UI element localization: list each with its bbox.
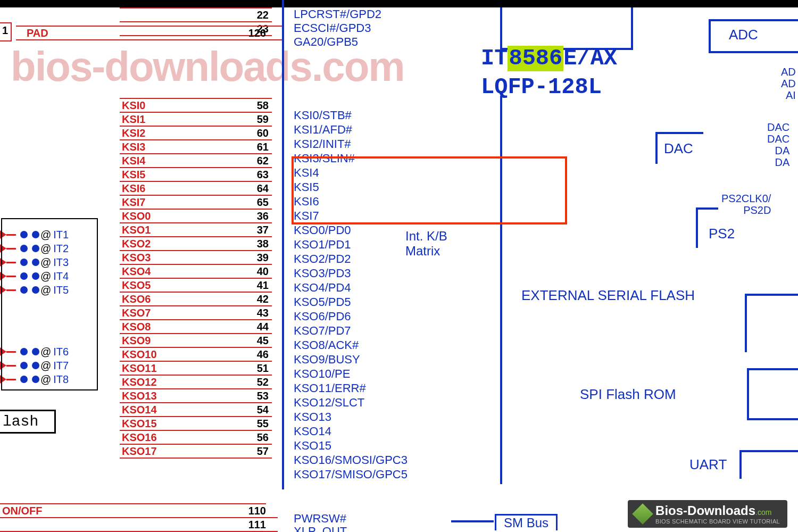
uart-label: UART: [689, 456, 727, 473]
flash-box-border: [1, 218, 98, 390]
fn-label: KSO3/PD3: [294, 267, 351, 280]
pin-row: KSO1046: [120, 348, 272, 362]
pin-row: KSO945: [120, 334, 272, 348]
pin-row: KSO1252: [120, 376, 272, 389]
fn-xlp: XLP_OUT: [294, 525, 347, 532]
pin-row: KSO339: [120, 251, 272, 265]
watermark-text: bios-downloads.com: [11, 43, 404, 91]
pin-row: KSO1151: [120, 362, 272, 376]
wire: [745, 294, 747, 352]
fn-ga20: GA20/GPB5: [294, 35, 358, 49]
highlight-rect: [292, 156, 567, 225]
pin-row: KSO642: [120, 293, 272, 306]
pin-row: KSO137: [120, 223, 272, 237]
fn-label: KSO1/PD1: [294, 238, 351, 252]
fn-label: KSO6/PD6: [294, 310, 351, 323]
fn-label: KSO9/BUSY: [294, 353, 360, 367]
pin-row: KSO1454: [120, 403, 272, 417]
pin-row: KSO238: [120, 237, 272, 251]
ext-flash-label: EXTERNAL SERIAL FLASH: [521, 287, 695, 304]
fn-label: KSO4/PD4: [294, 281, 351, 295]
fn-label: KSO16/SMOSI/GPC3: [294, 453, 408, 467]
pin-row: KSI664: [120, 182, 272, 196]
fn-label: KSO17/SMISO/GPC5: [294, 468, 408, 481]
fn-label: KSO12/SLCT: [294, 396, 364, 410]
chip-package: LQFP-128L: [481, 74, 602, 100]
offpage-box: [0, 22, 12, 41]
top-black-bar: [0, 0, 798, 7]
wire: [451, 520, 494, 522]
fn-label: KSO5/PD5: [294, 295, 351, 309]
wire: [500, 7, 502, 50]
pin-table-main: KSI058KSI159KSI260KSI361KSI462KSI563KSI6…: [120, 98, 272, 459]
smbus-label: SM Bus: [495, 514, 558, 530]
wire: [631, 7, 633, 50]
wire: [696, 207, 718, 210]
fn-ecsci: ECSCI#/GPD3: [294, 21, 371, 35]
fn-label: KSO0/PD0: [294, 223, 351, 237]
wire: [745, 294, 798, 296]
cube-icon: [632, 503, 653, 525]
kb-matrix-label: Int. K/BMatrix: [405, 229, 447, 259]
pin-row: KSO1353: [120, 389, 272, 403]
pin-row: KSO1656: [120, 431, 272, 445]
fn-label: KSO10/PE: [294, 367, 350, 381]
chip-partnum: IT8586E/AX: [481, 46, 617, 71]
adc-box: [709, 19, 798, 53]
pin-row: KSI563: [120, 168, 272, 182]
fn-lpcrst: LPCRST#/GPD2: [294, 7, 381, 21]
pin-row: KSO036: [120, 210, 272, 223]
pin-row: KSO440: [120, 265, 272, 279]
spi-box: [747, 368, 798, 420]
fn-label: KSO15: [294, 439, 331, 453]
fn-label: KSO11/ERR#: [294, 381, 366, 395]
pin-row: KSO1757: [120, 445, 272, 459]
fn-label: KSI0/STB#: [294, 109, 352, 122]
fn-label: KSO2/PD2: [294, 252, 351, 266]
pin-row: KSI462: [120, 154, 272, 168]
pin-row: KSO743: [120, 306, 272, 320]
pin-row: KSO541: [120, 279, 272, 293]
pin-row: KSI765: [120, 196, 272, 210]
pin-table-bottom: ON/OFF110 111: [0, 503, 266, 532]
fn-label: KSO13: [294, 410, 331, 424]
pin-row: KSO844: [120, 320, 272, 334]
dac-pins: DACDACDADA: [767, 121, 789, 168]
fn-pwrsw: PWRSW#: [294, 512, 346, 526]
chip-border-right: [500, 96, 502, 484]
uart-box: [739, 450, 798, 479]
pin-row: KSI260: [120, 127, 272, 140]
chip-border-left: [282, 0, 284, 489]
adc-pins: ADADAI: [781, 66, 796, 101]
fn-label: KSO14: [294, 425, 331, 438]
fn-label: KSI2/INIT#: [294, 137, 351, 151]
fn-label: KSI1/AFD#: [294, 123, 352, 137]
pin-row: KSO1555: [120, 417, 272, 431]
pin-row: KSI159: [120, 113, 272, 127]
pin-row: KSI058: [120, 99, 272, 113]
pin-row-pad: PAD 126: [16, 26, 282, 40]
brand-badge: Bios-Downloads.com BIOS SCHEMATIC BOARD …: [628, 500, 787, 528]
ps2-pins: PS2CLK0/ PS2D: [721, 193, 771, 216]
fn-label: KSO8/ACK#: [294, 338, 359, 352]
pin-row: KSI361: [120, 140, 272, 154]
flash-label-frag: lash: [0, 410, 56, 434]
dac-box: [655, 132, 703, 164]
fn-label: KSO7/PD7: [294, 324, 351, 338]
spi-label: SPI Flash ROM: [580, 386, 676, 403]
